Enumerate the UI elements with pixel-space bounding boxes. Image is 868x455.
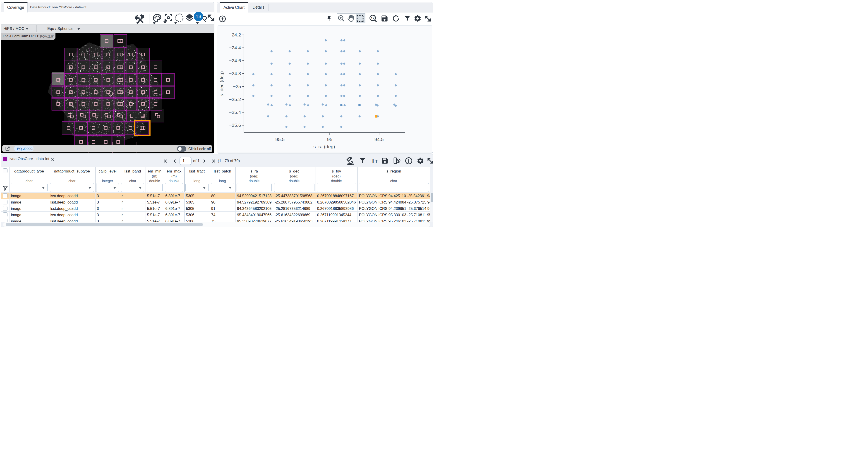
svg-text:T: T xyxy=(375,159,378,164)
svg-text:−25.4: −25.4 xyxy=(229,110,241,115)
svg-text:−25.6: −25.6 xyxy=(229,122,241,128)
svg-text:−24.6: −24.6 xyxy=(229,58,241,63)
svg-text:1X: 1X xyxy=(371,17,374,20)
svg-text:−25: −25 xyxy=(233,84,241,89)
svg-text:s_ra (deg): s_ra (deg) xyxy=(313,144,335,149)
svg-text:s_dec (deg): s_dec (deg) xyxy=(219,71,224,96)
svg-text:95.5: 95.5 xyxy=(275,137,285,142)
svg-text:95: 95 xyxy=(327,137,332,142)
svg-text:94.5: 94.5 xyxy=(374,137,384,142)
svg-text:T: T xyxy=(371,157,375,164)
svg-text:−25.2: −25.2 xyxy=(229,97,241,102)
svg-text:−24.4: −24.4 xyxy=(229,45,241,50)
svg-text:−24.2: −24.2 xyxy=(229,32,241,37)
svg-text:−24.8: −24.8 xyxy=(229,71,241,76)
